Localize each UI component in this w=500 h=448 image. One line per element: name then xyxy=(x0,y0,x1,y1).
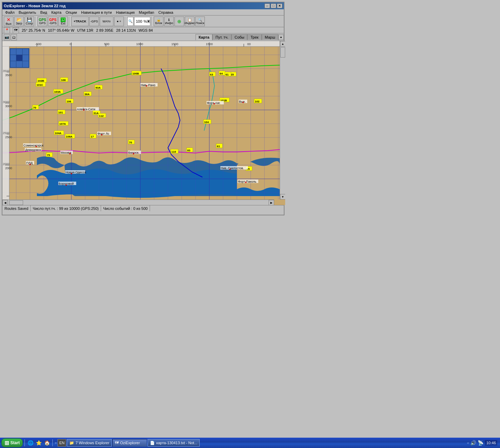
svg-text:Соменскгорск: Соменскгорск xyxy=(23,144,43,147)
search-button[interactable]: 🔍 Поиск xyxy=(195,17,205,26)
svg-point-162 xyxy=(213,103,215,104)
wayv-button[interactable]: WAYv xyxy=(100,17,113,26)
svg-text:1500: 1500 xyxy=(206,42,213,46)
info-button[interactable]: ℹ Инфо xyxy=(164,17,174,26)
track-plus-button[interactable]: +TRACK xyxy=(71,17,89,26)
svg-text:Алейск-Сити: Алейск-Сити xyxy=(77,108,95,111)
speaker-icon[interactable]: 🔊 xyxy=(470,440,476,446)
menu-bar: Файл Выделить Вид Карта Опции Навигация … xyxy=(2,9,284,16)
map-canvas: -500 0 500 1000 1500 1500 00 3500 3000 2… xyxy=(2,41,280,200)
exit-button[interactable]: ✕ Выx xyxy=(4,17,13,26)
svg-text:Форт-Аяг.: Форт-Аяг. xyxy=(207,101,220,105)
scroll-thumb[interactable] xyxy=(280,47,285,58)
load-button[interactable]: 📂 Загр xyxy=(14,17,24,26)
scrollbar-vertical[interactable]: ▲ ▼ xyxy=(280,41,285,200)
wayv-dot-button[interactable]: ● + xyxy=(114,17,124,26)
svg-text:1500: 1500 xyxy=(171,42,178,46)
svg-text:0: 0 xyxy=(70,42,71,46)
block-button[interactable]: 🔒 Блок xyxy=(154,17,163,26)
zoom-dropdown-button[interactable]: ▼ xyxy=(147,20,150,23)
favorites-button[interactable]: ⭐ xyxy=(35,439,42,447)
track-minus-button[interactable]: -GPS xyxy=(89,17,99,26)
menu-map[interactable]: Карта xyxy=(49,10,63,15)
taskbar-windows-explorer[interactable]: 📁 7 Windows Explorer xyxy=(67,439,112,447)
svg-text:107A: 107A xyxy=(59,122,66,125)
svg-text:1000: 1000 xyxy=(136,42,143,46)
home-button[interactable]: 🏠 xyxy=(43,439,51,447)
menu-file[interactable]: Файл xyxy=(3,10,17,15)
svg-text:112: 112 xyxy=(99,114,104,118)
svg-text:00: 00 xyxy=(247,42,251,46)
minimize-button[interactable]: ─ xyxy=(264,3,270,8)
gps-off-button[interactable]: GPS -GPS xyxy=(48,17,58,26)
map-container[interactable]: -500 0 500 1000 1500 1500 00 3500 3000 2… xyxy=(2,41,285,205)
svg-point-161 xyxy=(146,85,147,86)
scroll-up-arrow[interactable]: ▲ xyxy=(280,41,285,47)
separator-3 xyxy=(125,17,126,26)
zoom-control: 🔍 xyxy=(127,17,133,26)
ie-button[interactable]: 🌐 xyxy=(27,439,34,447)
menu-magellan[interactable]: Magellan xyxy=(137,10,157,15)
svg-text:500: 500 xyxy=(104,42,109,46)
scroll-right-arrow[interactable]: ▶ xyxy=(269,200,274,205)
camera-icon[interactable]: 📷 xyxy=(4,34,10,40)
scroll-h-thumb[interactable] xyxy=(9,200,23,205)
menu-options[interactable]: Опции xyxy=(63,10,79,15)
tab-events[interactable]: Собы xyxy=(231,34,247,40)
windows-taskbar: ⊞ Start 🌐 ⭐ 🏠 » EN 📁 7 Windows Explorer … xyxy=(0,438,500,448)
close-button[interactable]: ✕ xyxy=(277,3,282,8)
tab-waypoints[interactable]: Пут. тч. xyxy=(212,34,231,40)
layers-icon[interactable]: 🗂 xyxy=(11,34,17,40)
maximize-button[interactable]: □ xyxy=(271,3,276,8)
zoom-search-button[interactable]: 🔍 xyxy=(128,19,132,23)
map-tabs-bar: 📷 🗂 Карта Пут. тч. Собы Трек Марш ▲ xyxy=(2,33,284,41)
doc-icon: 📄 xyxy=(150,441,155,445)
taskbar-notepad[interactable]: 📄 карта-130413.txt - Not... xyxy=(148,439,200,447)
language-indicator[interactable]: EN xyxy=(58,439,66,447)
svg-text:103A: 103A xyxy=(54,90,61,93)
svg-point-160 xyxy=(83,109,84,111)
scroll-down-arrow[interactable]: ▼ xyxy=(280,194,285,200)
scroll-left-arrow[interactable]: ◀ xyxy=(2,200,8,205)
menu-nav[interactable]: Навигация xyxy=(114,10,137,15)
zoom-value: 100 xyxy=(134,19,143,23)
gps-button[interactable]: GPS GPS xyxy=(38,17,47,26)
network-icon[interactable]: 📡 xyxy=(478,440,483,446)
svg-text:75: 75 xyxy=(47,154,50,157)
svg-text:70: 70 xyxy=(129,141,132,144)
svg-point-171 xyxy=(229,169,231,170)
taskbar-oziexplorer[interactable]: 🗺 OziExplorer xyxy=(112,439,147,447)
svg-point-170 xyxy=(29,164,31,165)
grid-n: 28 14 131N xyxy=(116,28,136,32)
tab-track[interactable]: Трек xyxy=(247,34,261,40)
nav-cross-button[interactable]: ⊕ xyxy=(174,17,184,26)
svg-text:Новая Одесса: Новая Одесса xyxy=(66,171,86,174)
toolbar: ✕ Выx 📂 Загр 💾 Сохр GPS GPS GPS -GPS 12 … xyxy=(2,16,284,27)
index-button[interactable]: 📋 Индекс xyxy=(185,17,194,26)
window-title: OziExplorer - Новая Земля 22 год xyxy=(4,4,66,8)
svg-text:110: 110 xyxy=(171,150,176,153)
scroll-up-button[interactable]: ▲ xyxy=(278,34,284,40)
svg-text:2000: 2000 xyxy=(3,162,10,166)
menu-nav-on-route[interactable]: Навигация в пути xyxy=(79,10,114,15)
scrollbar-horizontal[interactable]: ◀ ▶ xyxy=(2,200,274,205)
svg-point-169 xyxy=(66,184,67,186)
menu-select[interactable]: Выделить xyxy=(17,10,38,15)
start-button[interactable]: ⊞ Start xyxy=(1,438,23,447)
taskbar-separator-1 xyxy=(24,439,25,446)
coord-icon: 📍 xyxy=(4,27,10,33)
tab-route[interactable]: Марш xyxy=(262,34,278,40)
svg-point-164 xyxy=(101,134,102,135)
svg-rect-183 xyxy=(16,55,22,61)
taskbar-separator-2 xyxy=(52,439,53,446)
menu-help[interactable]: Справка xyxy=(156,10,175,15)
title-bar: OziExplorer - Новая Земля 22 год ─ □ ✕ xyxy=(2,2,284,9)
save-button[interactable]: 💾 Сохр xyxy=(24,17,34,26)
menu-view[interactable]: Вид xyxy=(38,10,49,15)
svg-text:38A: 38A xyxy=(84,93,90,96)
svg-text:Форт Паколь: Форт Паколь xyxy=(238,180,257,183)
ext-button[interactable]: 12 Ext xyxy=(58,17,68,26)
svg-point-172 xyxy=(245,182,247,183)
tab-map[interactable]: Карта xyxy=(196,34,212,40)
oziexplorer-label: OziExplorer xyxy=(120,441,140,445)
